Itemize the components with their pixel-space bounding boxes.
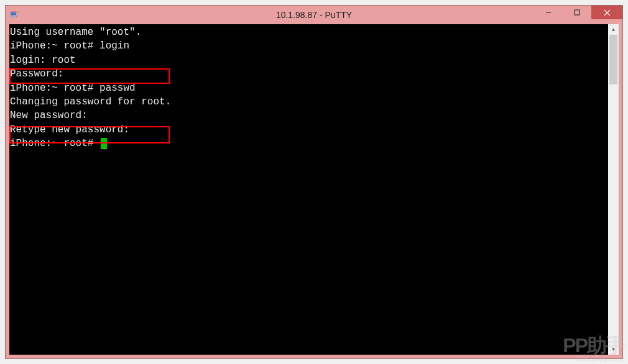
terminal-line: Retype new password: xyxy=(9,123,608,137)
svg-rect-1 xyxy=(11,12,16,16)
titlebar[interactable]: 10.1.98.87 - PuTTY xyxy=(6,6,622,24)
scroll-up-arrow-icon[interactable]: ▲ xyxy=(608,24,619,35)
terminal-cursor xyxy=(101,138,107,149)
svg-rect-2 xyxy=(12,17,15,18)
client-area: Using username "root".iPhone:~ root# log… xyxy=(6,24,622,358)
app-icon xyxy=(9,10,19,20)
vertical-scrollbar[interactable]: ▲ ▼ xyxy=(608,24,619,355)
minimize-button[interactable] xyxy=(534,6,563,19)
terminal-line: iPhone:~ root# xyxy=(9,137,608,150)
terminal-line: iPhone:~ root# login xyxy=(9,39,608,53)
terminal-line: login: root xyxy=(9,53,608,67)
terminal-line: Changing password for root. xyxy=(9,95,608,109)
window-controls xyxy=(534,6,622,19)
terminal-container: Using username "root".iPhone:~ root# log… xyxy=(9,24,619,355)
terminal-line: New password: xyxy=(9,109,608,122)
scroll-down-arrow-icon[interactable]: ▼ xyxy=(608,344,619,355)
terminal-line: Using username "root". xyxy=(9,25,608,39)
svg-rect-4 xyxy=(575,10,580,15)
terminal[interactable]: Using username "root".iPhone:~ root# log… xyxy=(9,24,608,355)
terminal-line: Password: xyxy=(9,67,608,81)
putty-window: 10.1.98.87 - PuTTY Using username "root"… xyxy=(5,5,623,359)
terminal-line: iPhone:~ root# passwd xyxy=(9,81,608,95)
window-title: 10.1.98.87 - PuTTY xyxy=(6,10,622,20)
maximize-button[interactable] xyxy=(563,6,591,19)
scrollbar-thumb[interactable] xyxy=(609,35,617,84)
close-button[interactable] xyxy=(591,6,622,19)
